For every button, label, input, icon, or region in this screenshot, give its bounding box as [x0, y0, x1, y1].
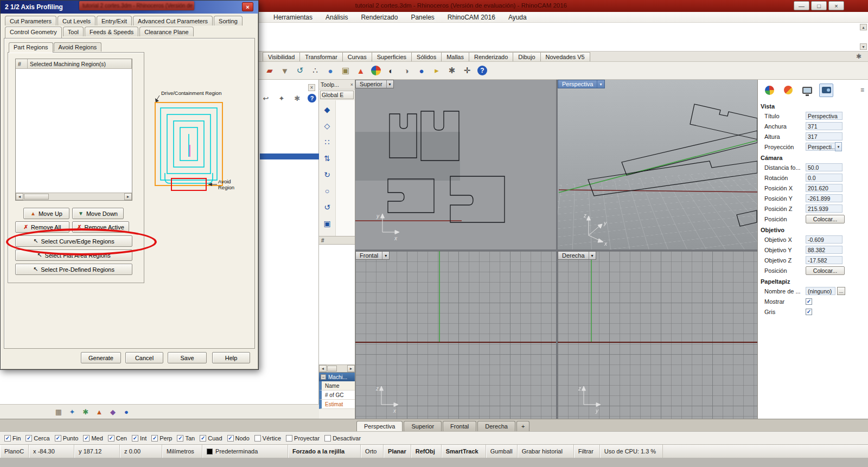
cplane-icon[interactable]: ✛	[461, 65, 473, 76]
osnap-med[interactable]: ✓Med	[83, 435, 103, 442]
subtab-avoid-regions[interactable]: Avoid Regions	[54, 42, 102, 52]
osnap-proyectar[interactable]: Proyectar	[286, 435, 320, 442]
toolbar-tab-renderizado[interactable]: Renderizado	[469, 52, 513, 61]
tools-icon[interactable]: ✦	[276, 93, 287, 104]
tp-arc-icon[interactable]: ↻	[321, 169, 333, 181]
menu-renderizado[interactable]: Renderizado	[359, 13, 400, 22]
posicion-x-value[interactable]: 201.620	[806, 184, 843, 192]
status-orto[interactable]: Orto	[361, 445, 384, 458]
cam-setup-icon[interactable]: ✦	[67, 406, 78, 417]
osnap-checkbox[interactable]: ✓	[25, 435, 32, 442]
toolbar-tab-curvas[interactable]: Curvas	[342, 52, 372, 61]
tp-sort-icon[interactable]: ⇅	[321, 152, 333, 164]
osnap-fin[interactable]: ✓Fin	[4, 435, 21, 442]
status-forzado-a-la-rejilla[interactable]: Forzado a la rejilla	[288, 445, 361, 458]
shade-dark-icon[interactable]: ◐	[385, 65, 397, 76]
regenerate-icon[interactable]: ↺	[294, 65, 306, 76]
objetivo-x-value[interactable]: -0.609	[806, 235, 843, 244]
osnap-checkbox[interactable]: ✓	[4, 435, 11, 442]
tp-undo-icon[interactable]: ↺	[321, 201, 333, 213]
status-planar[interactable]: Planar	[384, 445, 411, 458]
properties-rainbow-tab[interactable]	[762, 84, 776, 97]
viewport-tab-item[interactable]: +	[516, 421, 529, 431]
osnap-cen[interactable]: ✓Cen	[108, 435, 127, 442]
panel-close-icon[interactable]: ×	[308, 84, 315, 91]
dialog-tab-cut-levels[interactable]: Cut Levels	[58, 16, 95, 25]
browse-button[interactable]: ...	[837, 287, 845, 295]
status-filtrar[interactable]: Filtrar	[574, 445, 600, 458]
osnap-desactivar[interactable]: Desactivar	[324, 435, 361, 442]
toolbar-tab-superficies[interactable]: Superficies	[372, 52, 412, 61]
post-icon[interactable]: ▼	[279, 65, 291, 76]
toolpath-hscrollbar[interactable]: ◄ ►	[319, 364, 355, 372]
toolbar-tab-novedades-v5[interactable]: Novedades V5	[540, 52, 590, 61]
status-refobj[interactable]: RefObj	[411, 445, 442, 458]
osnap-checkbox[interactable]: ✓	[83, 435, 90, 442]
osnap-cuad[interactable]: ✓Cuad	[200, 435, 222, 442]
viewport-frontal[interactable]: z x Frontal ▾	[355, 251, 556, 419]
scroll-thumb[interactable]	[24, 194, 49, 200]
render-color-icon[interactable]	[371, 66, 381, 75]
toolbar-tab-solidos[interactable]: Sólidos	[411, 52, 442, 61]
viewport-title-derecha[interactable]: Derecha ▾	[558, 251, 596, 260]
viewport-tab-superior[interactable]: Superior	[404, 421, 442, 431]
gear-icon[interactable]: ✱	[856, 53, 861, 60]
select-button-select-pre-defined-regions[interactable]: ↖Select Pre-Defined Regions	[15, 264, 132, 275]
chevron-down-icon[interactable]: ▾	[382, 252, 389, 259]
move-down-button[interactable]: ▼ Move Down	[72, 208, 124, 219]
cancel-button[interactable]: Cancel	[125, 352, 163, 363]
machining-row-of-gc[interactable]: # of GC	[319, 391, 355, 400]
display-tab[interactable]	[800, 84, 814, 97]
anchura-value[interactable]: 371	[806, 122, 843, 130]
osnap-checkbox[interactable]: ✓	[177, 435, 183, 442]
global-edit-button[interactable]: Global E	[320, 91, 354, 99]
chevron-down-icon[interactable]: ▾	[597, 80, 604, 88]
dialog-tab-entry-exit[interactable]: Entry/Exit	[97, 16, 132, 25]
cam-machine-icon[interactable]: ✱	[80, 406, 91, 417]
save-button[interactable]: Save	[168, 352, 207, 363]
dialog-tab-clearance-plane[interactable]: Clearance Plane	[139, 27, 193, 36]
viewport-tab-perspectiva[interactable]: Perspectiva	[356, 421, 403, 431]
chevron-down-icon[interactable]: ▾	[835, 142, 842, 151]
osnap-vertice[interactable]: Vértice	[254, 435, 281, 442]
select-button-select-curve-edge-regions[interactable]: ↖Select Curve/Edge Regions	[15, 235, 132, 247]
machining-region-list[interactable]: # Selected Machining Region(s) ◄ ►	[15, 59, 132, 201]
viewport-title-perspectiva[interactable]: Perspectiva ▾	[558, 80, 605, 88]
status-milimetros[interactable]: Milímetros	[162, 445, 202, 458]
view-camera-tab[interactable]	[819, 84, 833, 97]
scroll-right-icon[interactable]: ►	[347, 365, 355, 372]
status-planoc[interactable]: PlanoC	[0, 445, 29, 458]
scroll-down-icon[interactable]: ▼	[860, 43, 867, 50]
dialog-close-button[interactable]: ×	[242, 2, 253, 11]
status-predeterminada[interactable]: Predeterminada	[202, 445, 288, 458]
selected-item-highlight[interactable]	[260, 153, 319, 159]
settings-gear-icon[interactable]: ✱	[292, 93, 303, 104]
osnap-checkbox[interactable]	[286, 435, 292, 442]
move-up-button[interactable]: ▲ Move Up	[23, 208, 69, 219]
dialog-tab-advanced-cut-parameters[interactable]: Advanced Cut Parameters	[133, 16, 213, 25]
osnap-checkbox[interactable]	[254, 435, 261, 442]
toolbar-tab-transformar[interactable]: Transformar	[299, 52, 343, 61]
flag-icon[interactable]: ▸	[431, 65, 443, 76]
toolpath-list-area[interactable]	[335, 100, 355, 236]
osnap-checkbox[interactable]	[324, 435, 331, 442]
distancia-fo-value[interactable]: 50.0	[806, 163, 843, 171]
remove-active-button[interactable]: ✗ Remove Active	[72, 221, 129, 233]
maximize-button[interactable]: □	[811, 1, 827, 10]
viewport-perspectiva[interactable]: z y x Perspectiva ▾	[558, 80, 757, 250]
scroll-thumb[interactable]	[327, 366, 337, 372]
list-hscrollbar[interactable]: ◄ ►	[16, 193, 132, 200]
toolpath-list[interactable]	[319, 245, 355, 364]
toolpath-close-icon[interactable]: ×	[350, 82, 353, 87]
simulate-icon[interactable]: ▰	[264, 65, 276, 76]
objetivo-y-value[interactable]: 88.382	[806, 246, 843, 254]
viewport-derecha[interactable]: z y Derecha ▾	[558, 251, 757, 419]
toolbar-tab-mallas[interactable]: Mallas	[441, 52, 469, 61]
cam-sim-icon[interactable]: ●	[121, 406, 132, 417]
machining-row-estimat[interactable]: Estimat	[319, 400, 355, 409]
posicion-z-value[interactable]: 215.939	[806, 204, 843, 213]
collapse-icon[interactable]: −	[321, 374, 326, 380]
nombre-de-value[interactable]: (ninguno)	[806, 287, 835, 295]
osnap-checkbox[interactable]: ✓	[200, 435, 206, 442]
osnap-nodo[interactable]: ✓Nodo	[227, 435, 250, 442]
